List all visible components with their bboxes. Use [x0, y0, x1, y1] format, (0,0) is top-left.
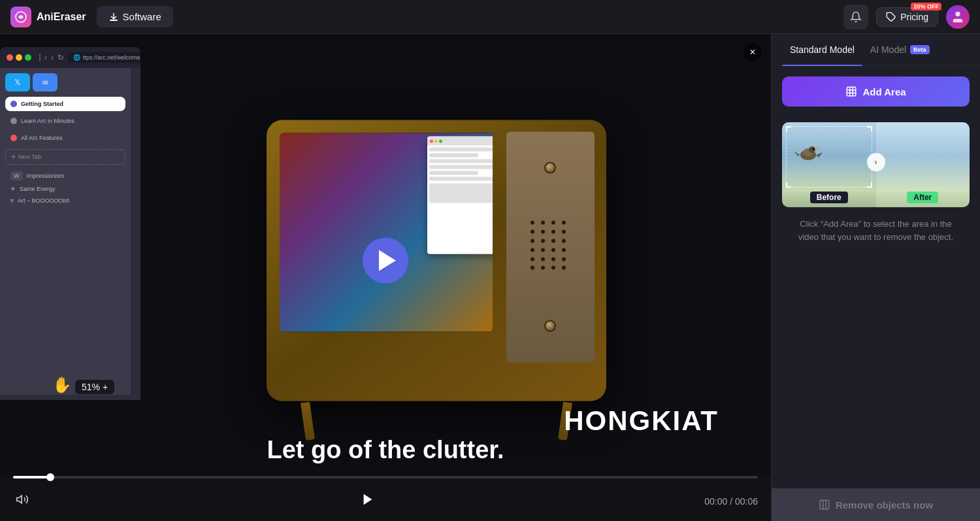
bookmark-impressionism[interactable]: W Impressionism — [5, 169, 125, 183]
tab-ai-model[interactable]: AI Model Beta — [862, 34, 938, 65]
speaker-hole — [562, 221, 566, 225]
dot-green — [25, 54, 31, 61]
new-tab-button[interactable]: + New Tab — [5, 149, 125, 165]
close-button[interactable]: × — [743, 43, 762, 61]
tv-knob-2 — [544, 320, 556, 332]
svg-rect-1 — [110, 20, 118, 21]
controls-bottom: 00:00 / 00:06 — [13, 485, 758, 521]
svg-rect-15 — [820, 500, 829, 509]
twitter-tab[interactable]: 𝕏 — [5, 73, 30, 92]
tab-standard-model[interactable]: Standard Model — [782, 34, 862, 65]
remove-objects-label: Remove objects now — [836, 499, 933, 511]
browser-toolbar: ‹ › ↻ 🌐 ttps://arc.net/welcome-to-arc — [0, 47, 140, 68]
speaker-hole — [541, 221, 545, 225]
speaker-hole — [551, 266, 555, 270]
speaker-hole — [562, 230, 566, 234]
hand-cursor-icon: ✋ — [52, 376, 72, 394]
model-tabs: Standard Model AI Model Beta — [772, 34, 980, 66]
ai-model-label: AI Model — [870, 44, 906, 55]
browser-row-5 — [429, 171, 478, 175]
tv-outer — [267, 120, 606, 401]
speaker-hole — [531, 257, 534, 261]
avatar[interactable] — [946, 5, 970, 29]
progress-dot — [46, 473, 54, 481]
dot-yellow — [16, 54, 22, 61]
pricing-label: Pricing — [900, 12, 928, 22]
speaker-hole — [551, 257, 555, 261]
zoom-indicator: 51% + — [75, 380, 114, 394]
zoom-plus-icon: + — [103, 382, 108, 392]
browser-row-3 — [429, 160, 493, 163]
corner-br — [867, 182, 872, 188]
speaker-hole — [541, 239, 545, 243]
svg-marker-4 — [17, 496, 22, 503]
browser-mockup: ‹ › ↻ 🌐 ttps://arc.net/welcome-to-arc — [0, 47, 140, 400]
nav-forward-icon: › — [51, 53, 54, 62]
speaker-hole — [531, 248, 534, 252]
notification-button[interactable] — [843, 5, 868, 29]
after-panel: After — [876, 122, 970, 207]
tv-browser-body — [427, 146, 493, 254]
tv-right-panel — [506, 132, 595, 363]
browser-open-tabs: 𝕏 ✉ — [5, 73, 125, 92]
mail-tab[interactable]: ✉ — [33, 73, 57, 92]
speaker-hole — [531, 221, 534, 225]
speaker-hole — [541, 230, 545, 234]
speaker-hole — [541, 248, 545, 252]
nav-back-icon: ‹ — [44, 53, 47, 62]
main-area: × ‹ › ↻ 🌐 ttps://arc.net/welcome-to-ar — [0, 34, 980, 521]
sidebar-item-getting-started[interactable]: Getting Started — [5, 97, 125, 111]
after-label: After — [907, 192, 938, 203]
pricing-button[interactable]: 20% OFF Pricing — [876, 7, 938, 27]
progress-bar-fill — [13, 476, 50, 479]
time-separator: / — [730, 496, 735, 507]
remove-objects-button[interactable]: Remove objects now — [772, 488, 980, 521]
add-area-button[interactable]: Add Area — [782, 76, 970, 107]
bookmark-same-energy[interactable]: ✳ Same Energy — [5, 183, 125, 195]
browser-url-bar[interactable]: 🌐 ttps://arc.net/welcome-to-arc — [68, 52, 140, 63]
mini-dot-yellow — [434, 139, 438, 143]
svg-point-3 — [955, 11, 960, 16]
sidebar-toggle-icon — [39, 54, 41, 61]
corner-bl — [786, 182, 791, 188]
zoom-percent: 51% — [82, 382, 100, 392]
corner-tr — [867, 126, 872, 131]
sidebar-item-all-arc[interactable]: All Arc Features — [5, 131, 125, 145]
speaker-hole — [541, 266, 545, 270]
current-time: 00:00 — [704, 496, 727, 507]
browser-row-6 — [429, 177, 493, 181]
browser-dots — [7, 54, 31, 61]
bookmark-art[interactable]: # Art – BOOOOOOM! — [5, 195, 125, 207]
nav-refresh-icon: ↻ — [57, 53, 64, 62]
mini-dot-red — [430, 139, 433, 143]
progress-bar[interactable] — [13, 476, 758, 479]
tv-browser-bar — [427, 137, 493, 146]
mini-dot-green — [439, 139, 442, 143]
speaker-hole — [541, 257, 545, 261]
browser-sidebar-content: 𝕏 ✉ Getting Started — [0, 68, 140, 395]
speaker-hole — [531, 266, 534, 270]
sidebar-item-learn-arc[interactable]: Learn Arc in Minutes — [5, 114, 125, 128]
before-panel: Before — [782, 122, 876, 207]
software-button[interactable]: Software — [97, 6, 173, 27]
speaker-hole — [562, 257, 566, 261]
time-display: 00:00 / 00:06 — [704, 496, 758, 507]
play-pause-button[interactable] — [361, 492, 375, 511]
standard-model-label: Standard Model — [790, 44, 855, 55]
sidebar-main-content: Add Area — [772, 66, 980, 488]
navbar-right: 20% OFF Pricing — [843, 5, 970, 29]
browser-sidebar: 𝕏 ✉ Getting Started — [0, 68, 131, 395]
before-corners — [786, 126, 872, 188]
before-after-preview: Before › After — [782, 117, 970, 207]
browser-content-block — [429, 184, 493, 203]
speaker-hole — [551, 248, 555, 252]
browser-row-4 — [429, 165, 493, 169]
video-panel: × ‹ › ↻ 🌐 ttps://arc.net/welcome-to-ar — [0, 34, 771, 521]
discount-badge: 20% OFF — [911, 3, 941, 10]
volume-button[interactable] — [13, 490, 31, 512]
tv-play-button[interactable] — [363, 238, 408, 284]
software-label: Software — [123, 11, 161, 22]
speaker-hole — [551, 230, 555, 234]
video-content: × ‹ › ↻ 🌐 ttps://arc.net/welcome-to-ar — [0, 34, 771, 476]
before-label: Before — [810, 192, 848, 203]
